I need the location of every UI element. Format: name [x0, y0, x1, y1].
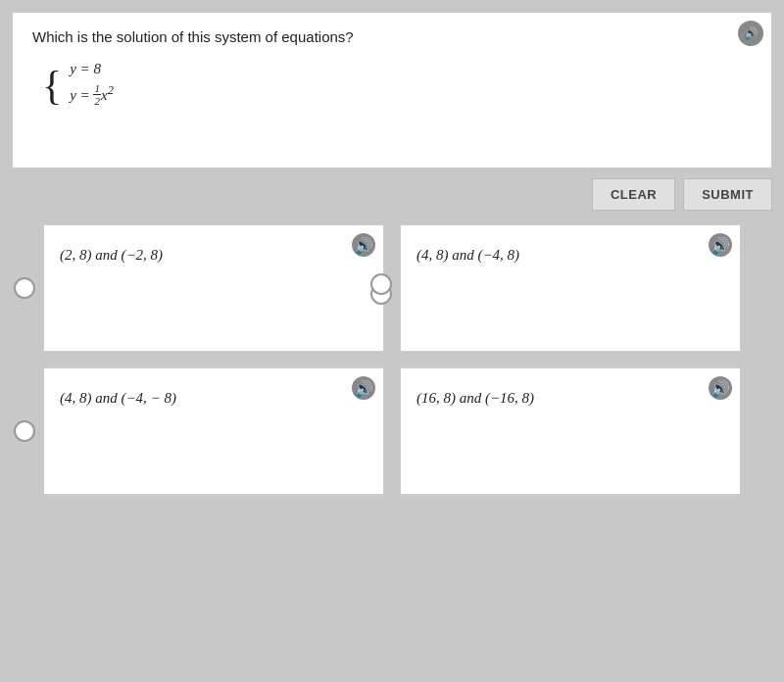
question-text: Which is the solution of this system of … [32, 28, 752, 45]
clear-button[interactable]: CLEAR [592, 178, 675, 211]
equation-system: { y = 8 y = 12x2 [32, 61, 752, 109]
answer-card-d[interactable]: (16, 8) and (−16, 8) 🔊 [400, 367, 741, 495]
audio-button-b[interactable]: 🔊 [709, 233, 732, 257]
answer-d-wrapper: (16, 8) and (−16, 8) 🔊 [400, 367, 741, 495]
radio-c[interactable] [14, 420, 35, 442]
answer-card-a[interactable]: (2, 8) and (−2, 8) 🔊 [43, 224, 384, 352]
answer-b-wrapper: (4, 8) and (−4, 8) 🔊 [400, 224, 741, 352]
fraction-half: 12 [93, 82, 101, 107]
equation-1: y = 8 [70, 61, 114, 77]
equation-2: y = 12x2 [70, 83, 114, 109]
audio-button-d[interactable]: 🔊 [709, 376, 732, 400]
answers-grid: (2, 8) and (−2, 8) 🔊 (4, 8) and (−4, 8) … [12, 224, 772, 495]
audio-icon-b: 🔊 [710, 236, 730, 255]
answer-a-wrapper: (2, 8) and (−2, 8) 🔊 [43, 224, 384, 352]
answer-c-wrapper: (4, 8) and (−4, − 8) 🔊 [43, 367, 384, 495]
audio-icon-c: 🔊 [354, 379, 373, 398]
audio-button-a[interactable]: 🔊 [352, 233, 375, 257]
radio-d[interactable] [370, 273, 392, 295]
brace: { [42, 65, 62, 106]
answer-card-c[interactable]: (4, 8) and (−4, − 8) 🔊 [43, 367, 384, 495]
submit-button[interactable]: SUBMIT [683, 178, 772, 211]
audio-icon-question: 🔊 [744, 26, 759, 41]
answer-text-d: (16, 8) and (−16, 8) [416, 390, 534, 407]
audio-button-c[interactable]: 🔊 [352, 376, 375, 400]
audio-icon-d: 🔊 [710, 379, 730, 398]
answer-text-b: (4, 8) and (−4, 8) [416, 247, 519, 264]
controls-bar: CLEAR SUBMIT [0, 169, 784, 220]
radio-a[interactable] [14, 277, 35, 299]
answers-section: (2, 8) and (−2, 8) 🔊 (4, 8) and (−4, 8) … [0, 224, 784, 348]
question-box: Which is the solution of this system of … [12, 12, 772, 169]
audio-icon-a: 🔊 [354, 236, 373, 255]
answer-text-c: (4, 8) and (−4, − 8) [60, 390, 176, 407]
answer-text-a: (2, 8) and (−2, 8) [60, 247, 163, 264]
audio-button-question[interactable]: 🔊 [738, 21, 763, 46]
equations: y = 8 y = 12x2 [70, 61, 114, 109]
answer-card-b[interactable]: (4, 8) and (−4, 8) 🔊 [400, 224, 741, 352]
